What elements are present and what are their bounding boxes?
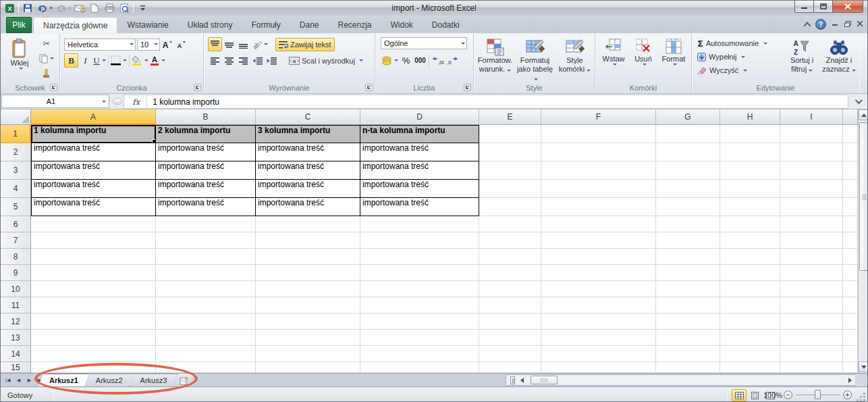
cell-G4[interactable] (656, 180, 720, 198)
row-header-13[interactable]: 13 (1, 330, 31, 346)
cell-H11[interactable] (720, 297, 780, 313)
cell-G7[interactable] (656, 232, 720, 249)
cell-F6[interactable] (541, 216, 656, 232)
cell-C13[interactable] (256, 330, 360, 346)
cell-C11[interactable] (256, 297, 360, 313)
font-name-select[interactable]: Helvetica (64, 39, 136, 51)
cell-G10[interactable] (656, 281, 720, 297)
cell-A8[interactable] (31, 249, 156, 265)
column-header-blank[interactable] (843, 109, 858, 125)
cell-C6[interactable] (256, 216, 360, 232)
cell-G9[interactable] (656, 265, 720, 281)
tab-home[interactable]: Narzędzia główne (33, 17, 117, 33)
orientation-icon[interactable]: ab (250, 37, 269, 51)
cell-D3[interactable]: importowana treść (360, 161, 479, 180)
cell-F13[interactable] (541, 330, 656, 346)
row-header-9[interactable]: 9 (1, 265, 31, 281)
increase-decimal-icon[interactable]: ,00 (431, 53, 445, 68)
restore-workbook-icon[interactable] (844, 21, 851, 28)
cell-E7[interactable] (479, 232, 541, 249)
cell-H8[interactable] (720, 249, 780, 265)
cell-H9[interactable] (720, 265, 780, 281)
row-header-11[interactable]: 11 (1, 297, 31, 313)
vertical-scroll-thumb[interactable] (859, 122, 868, 271)
cell-A3[interactable]: importowana treść (31, 161, 156, 180)
cell-F10[interactable] (541, 281, 656, 297)
zoom-out-button[interactable]: − (784, 391, 792, 399)
cell-A4[interactable]: importowana treść (31, 180, 156, 198)
cell-D1[interactable]: n-ta kolumna importu (360, 125, 479, 143)
cell-I1[interactable] (780, 125, 843, 143)
cell-I7[interactable] (780, 232, 843, 249)
cell-E14[interactable] (479, 346, 541, 362)
font-color-icon[interactable]: A (149, 53, 166, 68)
cell-F14[interactable] (541, 346, 656, 362)
cell-C10[interactable] (256, 281, 360, 297)
first-sheet-icon[interactable]: |◀ (3, 375, 13, 386)
insert-cells-button[interactable]: Wstaw (599, 36, 628, 89)
bold-button[interactable]: B (64, 53, 78, 68)
cell-filler[interactable] (843, 330, 858, 346)
cell-H5[interactable] (720, 198, 780, 216)
cell-H4[interactable] (720, 180, 780, 198)
cell-I13[interactable] (780, 330, 843, 346)
cell-E8[interactable] (479, 249, 541, 265)
collapse-ribbon-icon[interactable] (804, 22, 809, 27)
cell-F5[interactable] (541, 198, 656, 216)
accounting-format-icon[interactable] (381, 53, 399, 68)
cell-filler[interactable] (843, 125, 858, 143)
row-header-12[interactable]: 12 (1, 313, 31, 330)
column-header-H[interactable]: H (720, 109, 780, 125)
cell-B1[interactable]: 2 kolumna importu (156, 125, 256, 143)
cell-F7[interactable] (541, 232, 656, 249)
cell-G8[interactable] (656, 249, 720, 265)
formula-content[interactable]: 1 kolumna importu (153, 97, 219, 107)
cell-C1[interactable]: 3 kolumna importu (256, 125, 360, 143)
tab-review[interactable]: Recenzja (328, 17, 381, 33)
column-header-G[interactable]: G (656, 109, 720, 125)
row-header-6[interactable]: 6 (1, 216, 31, 232)
sheet-tab-Arkusz1[interactable]: Arkusz1 (38, 374, 89, 387)
cell-B15[interactable] (156, 362, 256, 373)
cell-I6[interactable] (780, 216, 843, 232)
cell-filler[interactable] (843, 362, 858, 373)
row-header-4[interactable]: 4 (1, 180, 31, 198)
cell-filler[interactable] (843, 180, 858, 198)
cell-I12[interactable] (780, 313, 843, 330)
cell-I3[interactable] (780, 161, 843, 180)
cell-E2[interactable] (479, 143, 541, 161)
tab-view[interactable]: Widok (381, 17, 423, 33)
cell-G5[interactable] (656, 198, 720, 216)
cell-A2[interactable]: importowana treść (31, 143, 156, 161)
copy-icon[interactable] (38, 51, 55, 66)
cell-H15[interactable] (720, 362, 780, 373)
cell-B13[interactable] (156, 330, 256, 346)
font-size-select[interactable]: 10 (137, 39, 160, 51)
comma-style-button[interactable]: 000 (413, 53, 427, 68)
cell-D8[interactable] (360, 249, 479, 265)
cell-filler[interactable] (843, 198, 858, 216)
clear-button[interactable]: Wyczyść (697, 64, 767, 77)
increase-indent-icon[interactable] (265, 53, 279, 68)
tab-page-layout[interactable]: Układ strony (178, 17, 242, 33)
cell-D11[interactable] (360, 297, 479, 313)
previous-sheet-icon[interactable]: ◀ (13, 375, 24, 386)
cell-G13[interactable] (656, 330, 720, 346)
zoom-slider-thumb[interactable] (815, 390, 821, 399)
align-left-icon[interactable] (208, 53, 222, 68)
align-top-icon[interactable] (208, 37, 222, 51)
tab-formulas[interactable]: Formuły (242, 17, 290, 33)
cell-A11[interactable] (31, 297, 156, 313)
align-center-icon[interactable] (222, 53, 236, 68)
minimize-workbook-icon[interactable] (832, 21, 838, 28)
column-header-I[interactable]: I (780, 109, 843, 125)
cell-C2[interactable]: importowana treść (256, 143, 360, 161)
cell-B6[interactable] (156, 216, 256, 232)
sheet-tab-Arkusz2[interactable]: Arkusz2 (85, 374, 134, 387)
cell-H13[interactable] (720, 330, 780, 346)
cell-B4[interactable]: importowana treść (156, 180, 256, 198)
cell-I10[interactable] (780, 281, 843, 297)
cell-E9[interactable] (479, 265, 541, 281)
cell-A15[interactable] (31, 362, 156, 373)
cell-D7[interactable] (360, 232, 479, 249)
